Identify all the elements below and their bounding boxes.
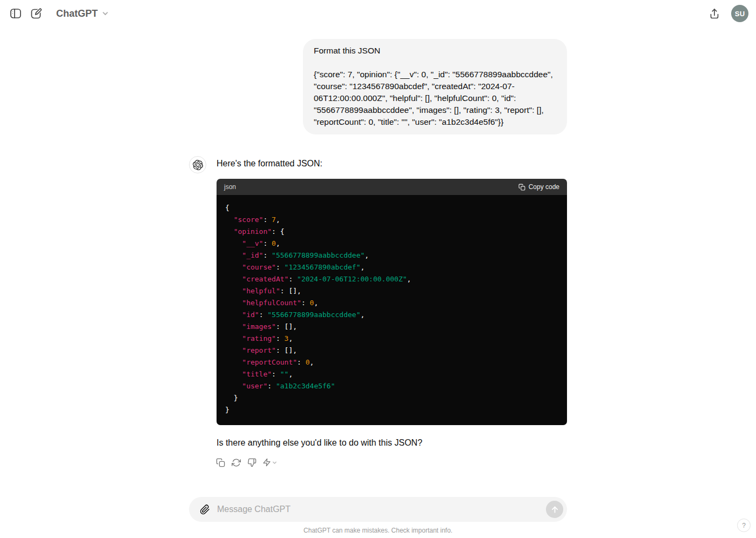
assistant-intro-text: Here's the formatted JSON: <box>217 157 567 170</box>
share-button[interactable] <box>704 3 725 24</box>
thumbs-down-icon <box>247 458 256 467</box>
arrow-up-icon <box>550 505 559 514</box>
assistant-outro-text: Is there anything else you'd like to do … <box>217 436 567 449</box>
user-message-line2: {"score": 7, "opinion": {"__v": 0, "_id"… <box>314 69 556 128</box>
code-content: { "score": 7, "opinion": { "__v": 0, "_i… <box>217 195 567 425</box>
composer-area: ChatGPT can make mistakes. Check importa… <box>0 497 756 538</box>
message-action-row <box>213 454 567 470</box>
app-title: ChatGPT <box>56 8 98 19</box>
user-avatar[interactable]: SU <box>731 5 748 22</box>
disclaimer-text: ChatGPT can make mistakes. Check importa… <box>303 527 453 534</box>
user-message-row: Format this JSON {"score": 7, "opinion":… <box>189 39 567 134</box>
user-message-line1: Format this JSON <box>314 45 556 57</box>
assistant-message-content: Here's the formatted JSON: json Copy cod… <box>217 155 567 470</box>
code-language-label: json <box>224 183 236 191</box>
regenerate-icon <box>232 458 241 467</box>
regenerate-button[interactable] <box>228 454 244 470</box>
conversation-thread: Format this JSON {"score": 7, "opinion":… <box>189 39 567 470</box>
copy-response-button[interactable] <box>213 454 228 470</box>
user-message-bubble: Format this JSON {"score": 7, "opinion":… <box>303 39 567 134</box>
new-chat-button[interactable] <box>26 3 46 24</box>
sidebar-toggle-icon <box>10 8 22 19</box>
paperclip-icon <box>200 505 210 515</box>
openai-logo-icon <box>193 160 203 170</box>
attach-file-button[interactable] <box>197 501 213 517</box>
app-header: ChatGPT SU <box>0 0 756 27</box>
new-chat-icon <box>30 8 42 19</box>
copy-icon <box>518 184 525 191</box>
sidebar-toggle-button[interactable] <box>5 3 26 24</box>
message-input[interactable] <box>213 497 546 522</box>
send-button[interactable] <box>546 501 563 518</box>
switch-model-button[interactable] <box>260 454 280 470</box>
code-block: json Copy code { "score": 7, "opinion": … <box>217 179 567 425</box>
user-avatar-initials: SU <box>735 10 745 18</box>
help-button[interactable]: ? <box>737 519 751 532</box>
thumbs-down-button[interactable] <box>244 454 260 470</box>
model-switcher[interactable]: ChatGPT <box>52 5 113 23</box>
copy-code-label: Copy code <box>529 183 559 191</box>
composer <box>189 497 567 522</box>
assistant-message-row: Here's the formatted JSON: json Copy cod… <box>189 155 567 470</box>
help-label: ? <box>742 522 746 529</box>
header-left: ChatGPT <box>5 3 113 24</box>
copy-code-button[interactable]: Copy code <box>518 183 559 191</box>
assistant-avatar <box>189 156 206 173</box>
copy-icon <box>216 458 225 467</box>
chevron-down-icon <box>272 460 278 466</box>
chevron-down-icon <box>102 10 109 17</box>
share-icon <box>708 8 720 19</box>
zap-icon <box>262 458 271 467</box>
code-block-header: json Copy code <box>217 179 567 195</box>
header-right: SU <box>704 3 748 24</box>
